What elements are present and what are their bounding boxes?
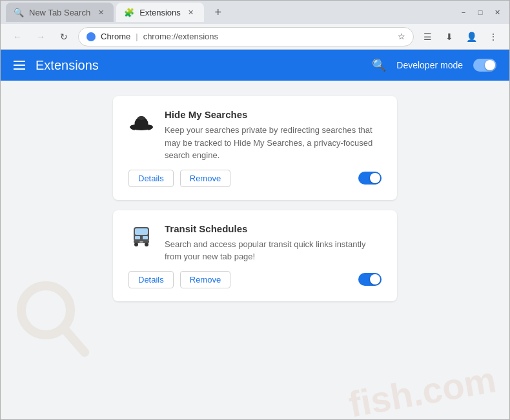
menu-icon[interactable]: ⋮ (485, 28, 502, 45)
extension-card-hide-my-searches: Hide My Searches Keep your searches priv… (113, 96, 397, 200)
svg-point-3 (138, 116, 145, 120)
download-icon[interactable]: ⬇ (441, 28, 458, 45)
developer-mode-label: Developer mode (396, 60, 463, 70)
svg-point-10 (145, 243, 148, 246)
hamburger-menu[interactable] (14, 61, 25, 70)
svg-line-1 (64, 328, 85, 352)
extensions-page-title: Extensions (36, 58, 99, 73)
svg-rect-5 (135, 228, 148, 235)
tab-new-tab-search[interactable]: 🔍 New Tab Search ✕ (6, 3, 114, 22)
transit-schedules-info: Transit Schedules Search and access popu… (165, 223, 382, 263)
address-bar[interactable]: Chrome | chrome://extensions ☆ (78, 27, 414, 46)
back-button[interactable]: ← (8, 28, 26, 46)
extension-description: Search and access popular transit quick … (165, 238, 382, 263)
refresh-button[interactable]: ↻ (55, 28, 73, 46)
address-separator: | (136, 32, 138, 41)
forward-button[interactable]: → (32, 28, 50, 46)
search-tab-icon: 🔍 (14, 8, 24, 17)
extension-card-transit-schedules: Transit Schedules Search and access popu… (113, 210, 397, 301)
window-controls: − □ ✕ (456, 5, 504, 19)
extensions-tab-icon: 🧩 (124, 8, 134, 17)
svg-rect-6 (135, 236, 140, 239)
profile-icon[interactable]: ☰ (419, 28, 436, 45)
watermark-search-icon (14, 278, 91, 381)
site-name: Chrome (101, 32, 130, 41)
hide-my-searches-info: Hide My Searches Keep your searches priv… (165, 109, 382, 162)
extensions-header: Extensions 🔍 Developer mode (1, 50, 509, 81)
extension-name: Transit Schedules (165, 223, 382, 234)
card-footer: Details Remove (128, 271, 382, 288)
nav-bar: ← → ↻ Chrome | chrome://extensions ☆ ☰ ⬇… (1, 24, 509, 50)
svg-point-0 (21, 286, 70, 335)
transit-schedules-icon (128, 223, 154, 249)
site-favicon (87, 32, 96, 41)
svg-rect-11 (139, 241, 143, 243)
enable-toggle-hide-my-searches[interactable] (358, 172, 382, 185)
card-header: Transit Schedules Search and access popu… (128, 223, 382, 263)
watermark-text: fish.com (345, 359, 499, 419)
ham-line-2 (14, 65, 25, 66)
tab-extensions[interactable]: 🧩 Extensions ✕ (116, 3, 204, 22)
svg-point-9 (134, 243, 138, 246)
bookmark-icon[interactable]: ☆ (398, 32, 405, 41)
developer-mode-toggle[interactable] (473, 59, 496, 72)
address-url: chrome://extensions (143, 32, 218, 41)
title-bar: 🔍 New Tab Search ✕ 🧩 Extensions ✕ + − □ … (1, 1, 509, 24)
remove-button-transit-schedules[interactable]: Remove (180, 271, 230, 288)
tab-close-extensions[interactable]: ✕ (186, 7, 196, 17)
extension-name: Hide My Searches (165, 109, 382, 120)
maximize-button[interactable]: □ (473, 5, 487, 19)
toggle-knob (485, 60, 495, 70)
header-search-icon[interactable]: 🔍 (372, 58, 386, 72)
avatar-icon[interactable]: 👤 (463, 28, 480, 45)
svg-rect-7 (143, 236, 148, 239)
toggle-knob (370, 274, 380, 285)
new-tab-button[interactable]: + (209, 3, 227, 21)
extensions-content: fish.com Hide My Searches Keep your s (1, 81, 509, 419)
card-footer: Details Remove (128, 170, 382, 187)
tab-label: Extensions (139, 8, 181, 17)
close-button[interactable]: ✕ (490, 5, 504, 19)
enable-toggle-transit-schedules[interactable] (358, 273, 382, 286)
ham-line-3 (14, 68, 25, 70)
hide-my-searches-icon (128, 109, 154, 135)
details-button-hide-my-searches[interactable]: Details (128, 170, 174, 187)
card-header: Hide My Searches Keep your searches priv… (128, 109, 382, 162)
remove-button-hide-my-searches[interactable]: Remove (180, 170, 230, 187)
minimize-button[interactable]: − (456, 5, 471, 19)
ham-line-1 (14, 61, 25, 62)
toggle-knob (370, 173, 380, 183)
browser-frame: 🔍 New Tab Search ✕ 🧩 Extensions ✕ + − □ … (0, 0, 510, 420)
details-button-transit-schedules[interactable]: Details (128, 271, 174, 288)
extension-description: Keep your searches private by redirectin… (165, 124, 382, 162)
tab-label: New Tab Search (29, 8, 90, 17)
tab-close-new-tab-search[interactable]: ✕ (96, 7, 106, 17)
